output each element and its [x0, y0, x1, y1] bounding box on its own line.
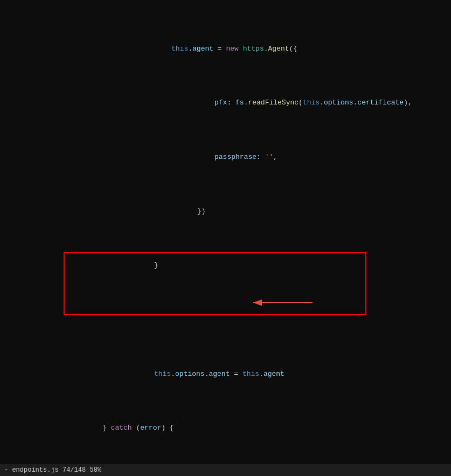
code-line: this.options.agent = this.agent	[0, 369, 451, 380]
code-line: } catch (error) {	[0, 423, 451, 433]
code-line: passphrase: '',	[0, 152, 451, 163]
code-line: }	[0, 260, 451, 271]
code-line: pfx: fs.readFileSync(this.options.certif…	[0, 97, 451, 108]
status-bar: - endpoints.js 74/148 50%	[0, 464, 451, 476]
code-line: })	[0, 206, 451, 217]
code-line: this.agent = new https.Agent({	[0, 44, 451, 54]
code-line	[0, 314, 451, 325]
code-editor: this.agent = new https.Agent({ pfx: fs.r…	[0, 0, 451, 476]
status-text: - endpoints.js 74/148 50%	[4, 466, 101, 474]
